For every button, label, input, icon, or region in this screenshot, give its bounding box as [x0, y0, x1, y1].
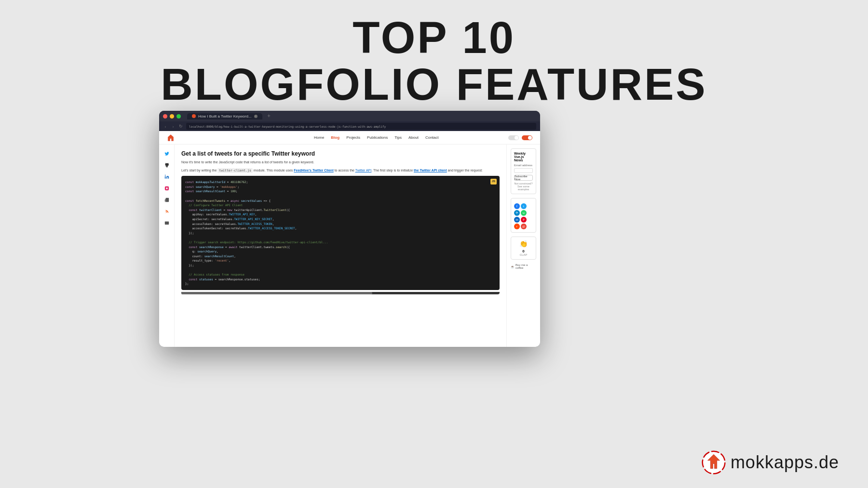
code-line-17: });	[185, 263, 496, 268]
svg-point-0	[164, 175, 165, 176]
tab-favicon-icon	[192, 114, 196, 118]
refresh-button[interactable]: ↻	[178, 124, 183, 129]
browser-window: How I Built a Twitter Keyword... × + ‹ ›…	[159, 111, 540, 347]
minimize-button-icon[interactable]	[170, 114, 174, 119]
url-text: localhost:8000/blog/how-i-built-a-twitte…	[189, 125, 386, 128]
site-logo	[167, 134, 175, 142]
page-headline: TOP 10 BLOGFOLIO FEATURES	[0, 0, 868, 107]
share-twitter-icon[interactable]: t	[521, 203, 527, 209]
code-line-16: result_type: 'recent',	[185, 258, 496, 263]
news-social-icon[interactable]	[163, 197, 170, 203]
code-line-14: q: searchQuery,	[185, 249, 496, 254]
email-social-icon[interactable]	[163, 220, 170, 226]
code-line-19: const statuses = searchResponse.statuses…	[185, 277, 496, 282]
svg-point-3	[165, 213, 165, 213]
code-line-7: apiKey: secretValues.TWITTER_API_KEY,	[185, 212, 496, 217]
newsletter-subtext: Not convinced? See some examples	[514, 182, 533, 191]
clap-widget[interactable]: 👏 0 CLAP	[511, 237, 536, 260]
nav-about[interactable]: About	[408, 135, 419, 140]
nav-projects[interactable]: Projects	[346, 135, 360, 140]
github-social-icon[interactable]	[163, 162, 170, 169]
twitter-api-client-link[interactable]: the Twitter API client	[414, 169, 447, 172]
nav-blog[interactable]: Blog	[331, 135, 339, 140]
code-line-3: const searchResultCount = 100;	[185, 189, 496, 194]
code-line-9: accessToken: secretValues.TWITTER_ACCESS…	[185, 222, 496, 226]
coffee-label: Buy me a coffee	[515, 264, 536, 269]
browser-frame: How I Built a Twitter Keyword... × + ‹ ›…	[159, 111, 540, 347]
nav-tips[interactable]: Tips	[394, 135, 402, 140]
newsletter-widget: Weekly Vue.jsNews Email address Subscrib…	[511, 148, 536, 194]
share-reddit-icon[interactable]: r	[514, 224, 520, 229]
feedhive-link[interactable]: FeedHive's Twitter Client	[294, 169, 333, 172]
code-line-6: const twitterClient = new twitterApiClie…	[185, 208, 496, 212]
right-sidebar: Weekly Vue.jsNews Email address Subscrib…	[506, 145, 540, 347]
article-body: Let's start by writing the twitter-clien…	[181, 168, 500, 173]
code-line-1: const mokkappsTwitterId = 481186762;	[185, 180, 496, 185]
back-button[interactable]: ‹	[163, 124, 168, 129]
browser-content: Get a list of tweets for a specific Twit…	[159, 145, 540, 347]
article-title: Get a list of tweets for a specific Twit…	[181, 150, 500, 157]
subscribe-button[interactable]: Subscribe Now	[514, 175, 533, 181]
browser-tab[interactable]: How I Built a Twitter Keyword... ×	[187, 113, 262, 119]
toggle-2[interactable]	[522, 135, 532, 140]
code-line-5: // Configure Twitter API Client	[185, 203, 496, 208]
share-widget: f t ✈ w in P r @	[511, 198, 536, 233]
forward-button[interactable]: ›	[171, 124, 176, 129]
mokkapps-logo-icon	[702, 450, 726, 475]
nav-links: Home Blog Projects Publications Tips Abo…	[314, 135, 438, 140]
toggle-1[interactable]	[508, 135, 519, 140]
coffee-icon: ☕	[511, 265, 514, 268]
code-line-8: apiSecret: secretValues.TWITTER_API_KEY_…	[185, 217, 496, 222]
twitter-social-icon[interactable]	[163, 150, 170, 157]
social-sidebar	[159, 145, 175, 347]
code-line-10: accessTokenSecret: secretValues.TWITTER_…	[185, 226, 496, 231]
code-line-13: const searchResponse = await twitterClie…	[185, 245, 496, 250]
share-whatsapp-icon[interactable]: w	[521, 210, 527, 216]
code-line-20: };	[185, 281, 496, 286]
nav-publications[interactable]: Publications	[367, 135, 388, 140]
clap-hand-icon: 👏	[519, 240, 528, 248]
instagram-social-icon[interactable]	[163, 185, 170, 192]
nav-contact[interactable]: Contact	[425, 135, 439, 140]
share-email-icon[interactable]: @	[521, 224, 527, 229]
share-icons-list: f t ✈ w in P r @	[514, 203, 533, 229]
code-line-12: // Trigger search endpoint: https://gith…	[185, 240, 496, 245]
rss-social-icon[interactable]	[163, 208, 170, 215]
email-label: Email address	[514, 164, 533, 167]
code-scrollbar-thumb[interactable]	[181, 292, 372, 294]
main-article-content: Get a list of tweets for a specific Twit…	[175, 145, 506, 347]
share-linkedin-icon[interactable]: in	[514, 217, 520, 223]
bottom-logo: mokkapps.de	[702, 450, 839, 475]
share-facebook-icon[interactable]: f	[514, 203, 520, 209]
tab-close-icon[interactable]: ×	[254, 115, 258, 118]
code-line-15: count: searchResultCount,	[185, 254, 496, 259]
inline-code-snippet: twitter-client.js	[217, 168, 253, 173]
close-button-icon[interactable]	[163, 114, 167, 119]
clap-count: 0	[522, 249, 524, 253]
article-intro: Now it's time to write the JavaScript co…	[181, 160, 500, 165]
tab-label: How I Built a Twitter Keyword...	[198, 114, 252, 119]
url-bar-area: ‹ › ↻ localhost:8000/blog/how-i-built-a-…	[159, 121, 540, 131]
theme-toggles	[508, 135, 532, 140]
code-line-11: });	[185, 231, 496, 236]
url-bar[interactable]: localhost:8000/blog/how-i-built-a-twitte…	[186, 123, 536, 130]
mokkapps-logo-text: mokkapps.de	[731, 452, 839, 473]
maximize-button-icon[interactable]	[176, 114, 181, 119]
code-block: JS const mokkappsTwitterId = 481186762; …	[181, 176, 500, 290]
browser-chrome: How I Built a Twitter Keyword... × +	[159, 111, 540, 121]
coffee-button[interactable]: ☕ Buy me a coffee	[511, 264, 536, 269]
site-navigation: Home Blog Projects Publications Tips Abo…	[159, 131, 540, 145]
code-line-4: const fetchRecentTweets = async secretVa…	[185, 198, 496, 203]
twitter-api-link[interactable]: Twitter API	[355, 169, 371, 172]
code-line-18: // Access statuses from response	[185, 272, 496, 277]
share-telegram-icon[interactable]: ✈	[514, 210, 520, 216]
headline-line2: BLOGFOLIO FEATURES	[0, 61, 868, 108]
new-tab-button[interactable]: +	[266, 113, 272, 119]
code-scrollbar[interactable]	[181, 292, 500, 294]
newsletter-title: Weekly Vue.jsNews	[514, 152, 533, 162]
clap-label: CLAP	[520, 253, 528, 256]
email-input[interactable]	[514, 168, 533, 173]
linkedin-social-icon[interactable]	[163, 173, 170, 180]
share-pinterest-icon[interactable]: P	[521, 217, 527, 223]
nav-home[interactable]: Home	[314, 135, 324, 140]
